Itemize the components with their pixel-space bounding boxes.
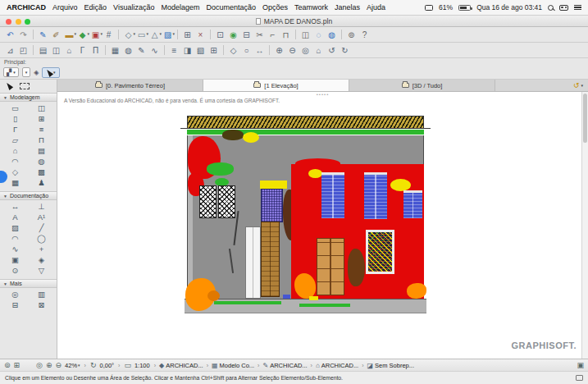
fill-tool[interactable]: ▨ (5, 223, 26, 233)
view-tab[interactable]: [1 Elevação] (203, 80, 349, 91)
toolbox-section-header[interactable]: ▼Modelagem (0, 93, 57, 102)
layout-book-icon[interactable]: ▦ (109, 43, 121, 57)
menu-item[interactable]: Teamwork (294, 3, 328, 11)
rotate-view-icon[interactable]: ↻ (90, 360, 97, 371)
scrollbar-thumb[interactable] (583, 94, 587, 143)
arrow-info-icon[interactable]: ⊿ (4, 43, 16, 57)
menu-item[interactable]: Modelagem (161, 3, 199, 11)
3d-view-icon[interactable]: ◇ (227, 43, 239, 57)
favorites-dropdown[interactable]: ▞▾ (3, 67, 19, 77)
figure-tool[interactable]: ▣ (5, 255, 26, 265)
drawing-scale[interactable]: 1:100 (134, 362, 150, 369)
column-tool[interactable]: ▯ (5, 114, 26, 124)
detail-icon[interactable]: Γ (76, 43, 89, 57)
split-icon[interactable]: ✂ (253, 28, 266, 42)
suspend-groups-icon[interactable]: ◫ (299, 28, 312, 42)
zoom-window-icon[interactable]: ◎ (299, 43, 312, 57)
pet-palette-icon[interactable] (576, 375, 583, 381)
pick-up-parameters-icon[interactable]: ◌ (312, 28, 325, 42)
control-center-icon[interactable] (559, 5, 568, 11)
renovation-icon[interactable]: ▧ (194, 43, 207, 57)
adjust-icon[interactable]: ⌐ (267, 28, 279, 42)
level-dimension-tool[interactable]: ⊥ (31, 202, 52, 212)
intersect-icon[interactable]: ⊓ (280, 28, 292, 42)
menu-item[interactable]: Edição (84, 3, 107, 11)
worksheet-icon[interactable]: Π (89, 43, 102, 57)
arrow-tool-icon[interactable] (5, 81, 13, 90)
camera-path-icon[interactable]: ○ (240, 43, 253, 57)
pen-icon[interactable]: ✎ (37, 28, 49, 42)
vertical-scrollbar[interactable] (581, 92, 588, 359)
arrow-tool-button[interactable]: ▾ (42, 67, 60, 78)
menu-item[interactable]: Visualização (113, 3, 154, 11)
snap-guides-icon[interactable]: ▭▾ (135, 28, 148, 42)
menu-list-icon[interactable] (574, 5, 581, 11)
window-tool[interactable]: ⊞ (31, 114, 52, 124)
section-icon[interactable]: ◫ (50, 43, 62, 57)
guide-lines-icon[interactable]: ◇▾ (122, 28, 134, 42)
view-tab[interactable]: [3D / Tudo] (349, 80, 495, 91)
gravity-icon[interactable]: △▾ (148, 28, 161, 42)
order-icon[interactable]: ⊟ (240, 28, 253, 42)
zoom-out-icon[interactable]: ⊖ (286, 43, 299, 57)
quick-options-icon[interactable]: ⊚ (4, 360, 11, 371)
maximize-button[interactable] (25, 19, 30, 25)
undo-icon[interactable]: ↶ (4, 28, 16, 42)
statusbar-breadcrumb[interactable]: ◆ARCHICAD... (159, 362, 203, 369)
elevation-drawing[interactable] (185, 116, 426, 313)
menu-item[interactable]: Opções (262, 3, 288, 11)
group-icon[interactable]: ⊡ (214, 28, 226, 42)
roof-tool[interactable]: ⌂ (5, 146, 26, 156)
fill-set-icon[interactable]: ▣▾ (89, 28, 102, 42)
beam-tool[interactable]: Γ (5, 125, 26, 135)
menubar-clock[interactable]: Qua 16 de ago 03:41 (476, 3, 542, 11)
line-tool[interactable]: ╱ (31, 223, 52, 233)
spotlight-search-icon[interactable] (548, 5, 554, 11)
minimize-button[interactable] (16, 19, 21, 25)
view-rotation[interactable]: 0,00° (99, 362, 114, 369)
magic-wand-icon[interactable]: ▨▾ (162, 28, 174, 42)
zone-tool[interactable]: ▩ (31, 167, 52, 177)
previous-zoom-icon[interactable]: ↺ (326, 43, 338, 57)
text-tool[interactable]: A (5, 213, 26, 222)
drawing-canvas[interactable]: A Versão Educacional do ARCHICAD, não é … (57, 92, 588, 359)
brush-icon[interactable]: ✐ (50, 28, 62, 42)
zoom-window-icon[interactable]: ◎ (36, 360, 43, 371)
menu-item[interactable]: Documentação (206, 3, 256, 11)
morph-tool[interactable]: ◇ (5, 167, 26, 177)
display-icon[interactable] (425, 5, 433, 11)
label-tool[interactable]: A¹ (31, 213, 52, 222)
section-marker-tool[interactable]: ⊟ (5, 300, 26, 310)
worksheet-marker-tool[interactable]: ▥ (31, 290, 52, 299)
elevation-icon[interactable]: ⌂ (63, 43, 75, 57)
close-button[interactable] (6, 19, 11, 25)
inject-parameters-icon[interactable]: ◍ (326, 28, 338, 42)
app-menu-title[interactable]: ARCHICAD (7, 3, 46, 11)
window-titlebar[interactable]: MAPA DE DANOS.pln (0, 16, 588, 27)
elevation-marker-tool[interactable]: ⊠ (31, 300, 52, 310)
lock-icon[interactable]: ◉ (227, 28, 239, 42)
camera-tool[interactable]: ⊙ (5, 266, 26, 276)
publisher-icon[interactable]: ◍ (122, 43, 134, 57)
pane-splitter-handle[interactable] (317, 92, 330, 97)
slab-tool[interactable]: ▱ (5, 135, 26, 145)
story-icon[interactable]: ▤ (37, 43, 49, 57)
zoom-level[interactable]: 42%▾ (65, 362, 80, 369)
toolbox-section-header[interactable]: ▼Documentação (0, 191, 57, 200)
marquee-info-icon[interactable]: ◰ (17, 43, 30, 57)
object-tool[interactable]: ♟ (31, 178, 52, 188)
quick-layers-icon[interactable]: ⊞ (14, 360, 21, 371)
next-zoom-icon[interactable]: ↻ (339, 43, 351, 57)
shell-tool[interactable]: ◠ (5, 157, 26, 167)
profile-manager-icon[interactable]: ∿ (148, 43, 161, 57)
wall-tool[interactable]: ▭ (5, 103, 26, 113)
zoom-in-icon[interactable]: ⊕ (273, 43, 285, 57)
polyline-tool[interactable]: ∿ (5, 245, 26, 254)
fly-mode-icon[interactable]: ↔ (253, 43, 266, 57)
view-tab[interactable]: [0. Pavimento Térreo] (57, 80, 203, 91)
detail-marker-tool[interactable]: ◎ (5, 290, 26, 299)
skylight-tool[interactable]: ◍ (31, 157, 52, 167)
menu-item[interactable]: Ajuda (367, 3, 385, 11)
fit-in-window-icon[interactable]: ⌂ (312, 43, 325, 57)
stair-tool[interactable]: ≡ (31, 125, 52, 135)
